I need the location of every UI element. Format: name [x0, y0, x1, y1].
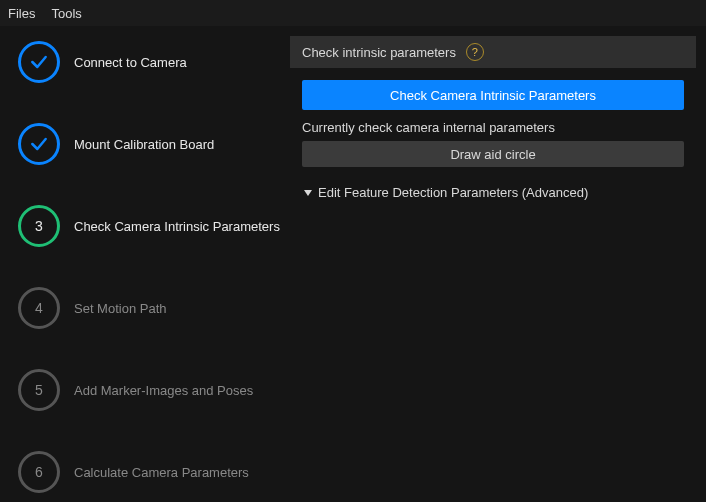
step-label: Add Marker-Images and Poses: [74, 383, 253, 398]
advanced-expander[interactable]: Edit Feature Detection Parameters (Advan…: [302, 185, 684, 200]
step-set-motion-path[interactable]: 4 Set Motion Path: [18, 287, 280, 329]
step-label: Connect to Camera: [74, 55, 187, 70]
status-text: Currently check camera internal paramete…: [302, 120, 684, 135]
step-number-icon: 3: [18, 205, 60, 247]
main: Connect to Camera Mount Calibration Boar…: [0, 26, 706, 502]
panel-header: Check intrinsic parameters ?: [290, 36, 696, 68]
check-intrinsic-button[interactable]: Check Camera Intrinsic Parameters: [302, 80, 684, 110]
step-add-marker-images[interactable]: 5 Add Marker-Images and Poses: [18, 369, 280, 411]
step-label: Set Motion Path: [74, 301, 167, 316]
step-label: Calculate Camera Parameters: [74, 465, 249, 480]
step-calculate-params[interactable]: 6 Calculate Camera Parameters: [18, 451, 280, 493]
step-number-icon: 6: [18, 451, 60, 493]
expander-label: Edit Feature Detection Parameters (Advan…: [318, 185, 588, 200]
checkmark-icon: [18, 123, 60, 165]
step-label: Check Camera Intrinsic Parameters: [74, 219, 280, 234]
chevron-down-icon: [304, 190, 312, 196]
content-panel: Check intrinsic parameters ? Check Camer…: [290, 26, 706, 502]
checkmark-icon: [18, 41, 60, 83]
menubar: Files Tools: [0, 0, 706, 26]
panel-body: Check Camera Intrinsic Parameters Curren…: [290, 68, 696, 212]
panel-title: Check intrinsic parameters: [302, 45, 456, 60]
step-mount-board[interactable]: Mount Calibration Board: [18, 123, 280, 165]
step-label: Mount Calibration Board: [74, 137, 214, 152]
step-connect-camera[interactable]: Connect to Camera: [18, 41, 280, 83]
help-icon[interactable]: ?: [466, 43, 484, 61]
menu-files[interactable]: Files: [8, 6, 35, 21]
step-number-icon: 5: [18, 369, 60, 411]
sidebar: Connect to Camera Mount Calibration Boar…: [0, 26, 290, 502]
menu-tools[interactable]: Tools: [51, 6, 81, 21]
step-check-intrinsic[interactable]: 3 Check Camera Intrinsic Parameters: [18, 205, 280, 247]
step-number-icon: 4: [18, 287, 60, 329]
draw-aid-circle-button[interactable]: Draw aid circle: [302, 141, 684, 167]
